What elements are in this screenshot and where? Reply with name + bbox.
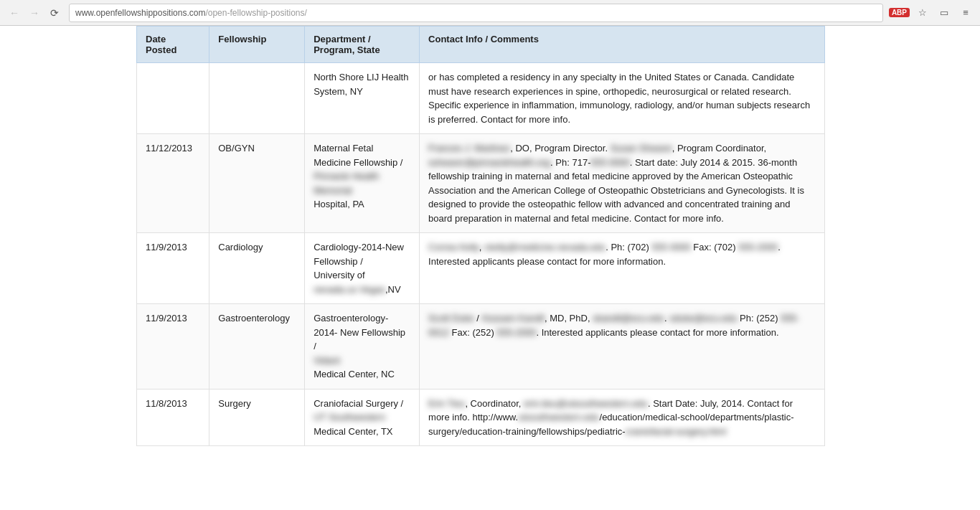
header-fellowship: Fellowship [209, 27, 305, 63]
blurred-email: ckelly@medicine.nevada.edu [484, 242, 606, 252]
blurred-dept: Pinnacle Health Memorial [314, 171, 379, 196]
star-button[interactable]: ☆ [914, 4, 931, 22]
blurred-name-2: Hussam Kandil [482, 313, 545, 324]
blurred-url: utsouthwestern.edu [518, 412, 599, 422]
nav-buttons: ← → ⟳ [6, 4, 63, 22]
cell-contact: Frances J. Martinez, DO, Program Directo… [420, 134, 825, 233]
reload-button[interactable]: ⟳ [46, 4, 63, 22]
table-row: 11/12/2013 OB/GYN Maternal Fetal Medicin… [137, 134, 825, 233]
table-row: North Shore LIJ Health System, NY or has… [137, 63, 825, 134]
cell-date: 11/9/2013 [137, 304, 209, 389]
blurred-dept: UT Southwestern [314, 412, 385, 422]
cast-button[interactable]: ▭ [936, 4, 953, 22]
cell-dept: Cardiology-2014-New Fellowship / Univers… [305, 233, 420, 304]
blurred-name-2: Susan Shearer [611, 143, 672, 154]
cell-dept: Gastroenterology-2014- New Fellowship / … [305, 304, 420, 389]
blurred-phone: 555 0000 [590, 157, 629, 168]
cell-date: 11/12/2013 [137, 134, 209, 233]
blurred-email: erin.tieu@utsouthwestern.edu [524, 398, 648, 409]
cell-fellowship: Surgery [209, 389, 305, 446]
cell-dept: Craniofacial Surgery / UT Southwestern M… [305, 389, 420, 446]
blurred-email: skandil@ecu.edu [593, 313, 664, 324]
cell-contact: or has completed a residency in any spec… [420, 63, 825, 134]
header-date: DatePosted [137, 27, 209, 63]
cell-contact: Scott Duke / Hussam Kandil, MD, PhD, ska… [420, 304, 825, 389]
header-contact: Contact Info / Comments [420, 27, 825, 63]
blurred-fax: 555-2000 [738, 242, 778, 252]
blurred-name: Erin Tieu [428, 398, 465, 409]
blurred-name: Scott Duke [428, 313, 474, 324]
cell-fellowship [209, 63, 305, 134]
blurred-name: Correa Kelly [428, 242, 479, 252]
page-content: DatePosted Fellowship Department /Progra… [0, 26, 980, 510]
cell-contact: Erin Tieu, Coordinator, erin.tieu@utsout… [420, 389, 825, 446]
menu-button[interactable]: ≡ [957, 4, 974, 22]
browser-chrome: ← → ⟳ www.openfellowshippositions.com/op… [0, 0, 980, 26]
blurred-url-end: craniofacial-surgery.html [626, 426, 727, 437]
back-button[interactable]: ← [6, 4, 23, 22]
cell-date: 11/8/2013 [137, 389, 209, 446]
blurred-dept: Vidant [314, 355, 340, 366]
cell-date: 11/9/2013 [137, 233, 209, 304]
blurred-email-2: sduke@ecu.edu [669, 313, 737, 324]
blurred-name: Frances J. Martinez [428, 143, 510, 154]
cell-date [137, 63, 209, 134]
address-bar[interactable]: www.openfellowshippositions.com/open-fel… [69, 4, 883, 22]
forward-button[interactable]: → [26, 4, 43, 22]
blurred-dept: nevada.us Vegas [314, 284, 385, 295]
table-row: 11/9/2013 Gastroenterology Gastroenterol… [137, 304, 825, 389]
blurred-phone: 555 0000 [651, 242, 690, 252]
header-dept: Department /Program, State [305, 27, 420, 63]
url-text: www.openfellowshippositions.com/open-fel… [75, 8, 307, 18]
browser-icons: ABP ☆ ▭ ≡ [889, 4, 974, 22]
cell-dept: Maternal Fetal Medicine Fellowship / Pin… [305, 134, 420, 233]
blurred-fax: 555-2000 [496, 327, 536, 338]
adblock-badge: ABP [889, 8, 910, 17]
cell-dept: North Shore LIJ Health System, NY [305, 63, 420, 134]
blurred-email: sshearer@pinnaclehealth.org [428, 157, 550, 168]
fellowships-table: DatePosted Fellowship Department /Progra… [136, 26, 825, 446]
table-header-row: DatePosted Fellowship Department /Progra… [137, 27, 825, 63]
table-row: 11/9/2013 Cardiology Cardiology-2014-New… [137, 233, 825, 304]
table-row: 11/8/2013 Surgery Craniofacial Surgery /… [137, 389, 825, 446]
cell-fellowship: Cardiology [209, 233, 305, 304]
cell-fellowship: OB/GYN [209, 134, 305, 233]
cell-contact: Correa Kelly, ckelly@medicine.nevada.edu… [420, 233, 825, 304]
cell-fellowship: Gastroenterology [209, 304, 305, 389]
